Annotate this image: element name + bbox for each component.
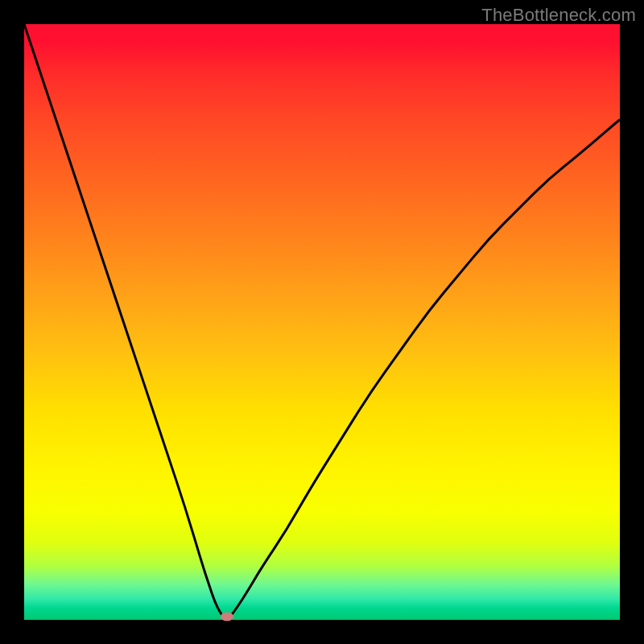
curve-path xyxy=(24,24,620,618)
chart-frame: TheBottleneck.com xyxy=(0,0,644,644)
plot-area xyxy=(24,24,620,620)
bottleneck-curve xyxy=(24,24,620,620)
watermark-text: TheBottleneck.com xyxy=(481,5,636,26)
minimum-marker xyxy=(221,613,233,621)
